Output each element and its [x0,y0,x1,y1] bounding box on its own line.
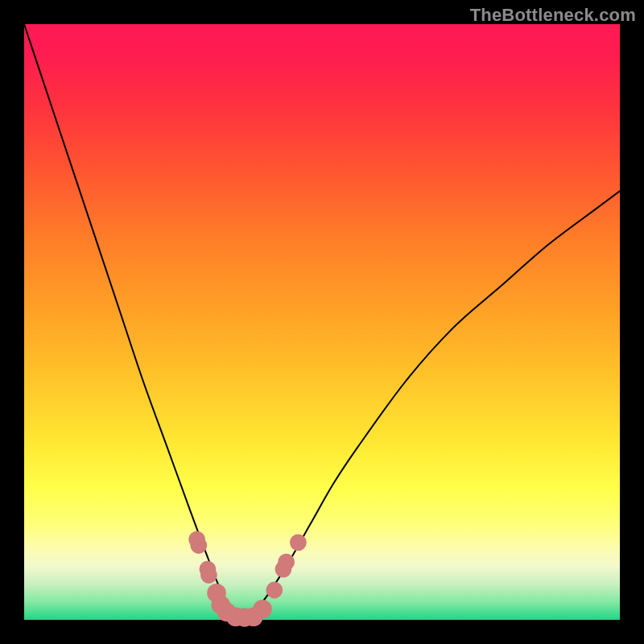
curve-marker [190,537,207,554]
bottleneck-curve [24,24,620,617]
watermark-text: TheBottleneck.com [470,5,636,26]
curve-marker [290,534,307,551]
chart-frame: TheBottleneck.com [0,0,644,644]
curve-markers [188,531,307,627]
chart-svg [24,24,620,620]
curve-marker [266,582,283,599]
curve-marker [200,567,217,584]
curve-marker [253,600,272,619]
plot-area [24,24,620,620]
curve-marker [278,554,295,571]
